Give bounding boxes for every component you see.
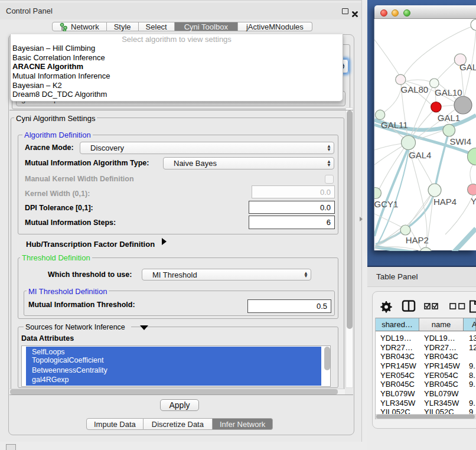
svg-text:GAL4: GAL4 [409,150,431,160]
svg-text:HAP2: HAP2 [406,235,429,245]
svg-text:Y: Y [471,196,476,206]
svg-text:GAL1: GAL1 [438,113,460,123]
svg-text:GAL80: GAL80 [401,84,429,94]
svg-text:HAP4: HAP4 [433,197,457,207]
svg-text:GAL2: GAL2 [459,62,476,72]
svg-text:SWI4: SWI4 [449,136,471,146]
svg-text:GAL11: GAL11 [381,120,408,130]
svg-text:GCY1: GCY1 [374,199,398,209]
svg-text:GAL10: GAL10 [435,87,462,97]
